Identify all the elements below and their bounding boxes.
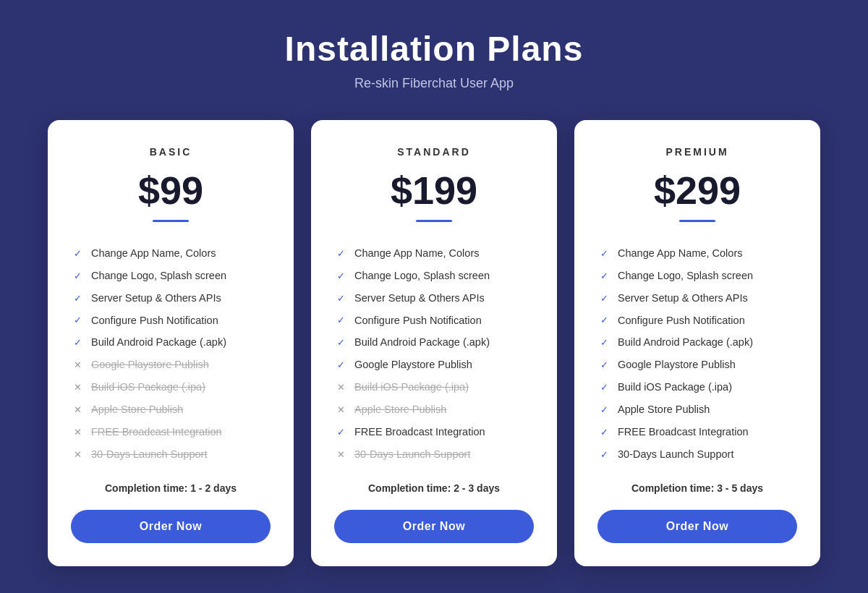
cross-icon: ✕ xyxy=(71,403,84,416)
feature-text: 30-Days Launch Support xyxy=(91,448,207,461)
list-item: ✓Server Setup & Others APIs xyxy=(334,287,534,310)
check-icon: ✓ xyxy=(334,291,347,304)
check-icon: ✓ xyxy=(71,314,84,327)
check-icon: ✓ xyxy=(334,269,347,282)
list-item: ✕30-Days Launch Support xyxy=(71,443,271,466)
list-item: ✓Change Logo, Splash screen xyxy=(334,265,534,287)
cross-icon: ✕ xyxy=(71,448,84,461)
feature-text: Build Android Package (.apk) xyxy=(91,336,226,349)
feature-text: Apple Store Publish xyxy=(91,403,183,417)
list-item: ✓FREE Broadcast Integration xyxy=(334,421,534,443)
list-item: ✓Build Android Package (.apk) xyxy=(597,331,797,354)
feature-text: Build iOS Package (.ipa) xyxy=(618,380,732,394)
list-item: ✓Change App Name, Colors xyxy=(71,242,271,265)
plan-price-premium: $299 xyxy=(597,171,797,210)
completion-time-premium: Completion time: 3 - 5 days xyxy=(597,482,797,494)
price-divider-standard xyxy=(416,220,452,222)
features-list-basic: ✓Change App Name, Colors✓Change Logo, Sp… xyxy=(71,242,271,465)
list-item: ✓Change Logo, Splash screen xyxy=(71,265,271,287)
list-item: ✓Change Logo, Splash screen xyxy=(597,265,797,287)
page-title: Installation Plans xyxy=(285,29,584,69)
check-icon: ✓ xyxy=(597,291,610,304)
feature-text: Change App Name, Colors xyxy=(91,247,216,260)
plans-container: BASIC$99✓Change App Name, Colors✓Change … xyxy=(36,120,832,566)
features-list-standard: ✓Change App Name, Colors✓Change Logo, Sp… xyxy=(334,242,534,465)
check-icon: ✓ xyxy=(334,247,347,260)
page-header: Installation Plans Re-skin Fiberchat Use… xyxy=(285,29,584,91)
plan-price-basic: $99 xyxy=(71,171,271,210)
feature-text: 30-Days Launch Support xyxy=(618,448,733,461)
check-icon: ✓ xyxy=(334,314,347,327)
plan-name-premium: PREMIUM xyxy=(597,146,797,158)
check-icon: ✓ xyxy=(71,336,84,349)
check-icon: ✓ xyxy=(71,291,84,304)
list-item: ✓Apple Store Publish xyxy=(597,398,797,421)
list-item: ✕30-Days Launch Support xyxy=(334,443,534,466)
feature-text: Server Setup & Others APIs xyxy=(618,291,748,305)
feature-text: Configure Push Notification xyxy=(91,314,218,328)
feature-text: Change Logo, Splash screen xyxy=(354,269,490,283)
list-item: ✕Apple Store Publish xyxy=(71,398,271,421)
check-icon: ✓ xyxy=(597,269,610,282)
list-item: ✓Server Setup & Others APIs xyxy=(71,287,271,310)
list-item: ✓Configure Push Notification xyxy=(71,310,271,332)
list-item: ✕Apple Store Publish xyxy=(334,398,534,421)
feature-text: Google Playstore Publish xyxy=(618,358,736,372)
feature-text: Configure Push Notification xyxy=(618,314,745,328)
check-icon: ✓ xyxy=(71,269,84,282)
check-icon: ✓ xyxy=(597,448,610,461)
check-icon: ✓ xyxy=(597,336,610,349)
feature-text: Apple Store Publish xyxy=(354,403,446,417)
cross-icon: ✕ xyxy=(334,403,347,416)
features-list-premium: ✓Change App Name, Colors✓Change Logo, Sp… xyxy=(597,242,797,465)
list-item: ✕Google Playstore Publish xyxy=(71,354,271,376)
check-icon: ✓ xyxy=(334,336,347,349)
price-divider-basic xyxy=(153,220,189,222)
feature-text: Build iOS Package (.ipa) xyxy=(354,380,469,394)
feature-text: Server Setup & Others APIs xyxy=(91,291,221,305)
list-item: ✓Build Android Package (.apk) xyxy=(71,331,271,354)
list-item: ✕Build iOS Package (.ipa) xyxy=(71,376,271,398)
plan-price-standard: $199 xyxy=(334,171,534,210)
feature-text: Build Android Package (.apk) xyxy=(618,336,753,349)
order-button-premium[interactable]: Order Now xyxy=(597,510,797,543)
order-button-standard[interactable]: Order Now xyxy=(334,510,534,543)
feature-text: Change App Name, Colors xyxy=(618,247,743,260)
check-icon: ✓ xyxy=(597,425,610,438)
feature-text: 30-Days Launch Support xyxy=(354,448,470,461)
feature-text: Apple Store Publish xyxy=(618,403,710,417)
plan-card-basic: BASIC$99✓Change App Name, Colors✓Change … xyxy=(48,120,294,566)
check-icon: ✓ xyxy=(597,359,610,372)
check-icon: ✓ xyxy=(597,314,610,327)
cross-icon: ✕ xyxy=(71,380,84,393)
feature-text: FREE Broadcast Integration xyxy=(91,425,222,439)
feature-text: FREE Broadcast Integration xyxy=(354,425,485,439)
feature-text: Change App Name, Colors xyxy=(354,247,480,260)
check-icon: ✓ xyxy=(597,380,610,393)
feature-text: Configure Push Notification xyxy=(354,314,482,328)
feature-text: Server Setup & Others APIs xyxy=(354,291,485,305)
cross-icon: ✕ xyxy=(334,380,347,393)
feature-text: Build Android Package (.apk) xyxy=(354,336,490,349)
list-item: ✓Change App Name, Colors xyxy=(334,242,534,265)
page-subtitle: Re-skin Fiberchat User App xyxy=(285,76,584,91)
list-item: ✓FREE Broadcast Integration xyxy=(597,421,797,443)
order-button-basic[interactable]: Order Now xyxy=(71,510,271,543)
list-item: ✓Configure Push Notification xyxy=(597,310,797,332)
check-icon: ✓ xyxy=(71,247,84,260)
feature-text: Google Playstore Publish xyxy=(354,358,472,372)
cross-icon: ✕ xyxy=(334,448,347,461)
list-item: ✓30-Days Launch Support xyxy=(597,443,797,466)
completion-time-basic: Completion time: 1 - 2 days xyxy=(71,482,271,494)
completion-time-standard: Completion time: 2 - 3 days xyxy=(334,482,534,494)
check-icon: ✓ xyxy=(334,359,347,372)
list-item: ✓Google Playstore Publish xyxy=(334,354,534,376)
feature-text: Build iOS Package (.ipa) xyxy=(91,380,205,394)
cross-icon: ✕ xyxy=(71,359,84,372)
check-icon: ✓ xyxy=(334,425,347,438)
plan-card-standard: STANDARD$199✓Change App Name, Colors✓Cha… xyxy=(311,120,557,566)
list-item: ✕Build iOS Package (.ipa) xyxy=(334,376,534,398)
list-item: ✕FREE Broadcast Integration xyxy=(71,421,271,443)
plan-name-basic: BASIC xyxy=(71,146,271,158)
list-item: ✓Google Playstore Publish xyxy=(597,354,797,376)
